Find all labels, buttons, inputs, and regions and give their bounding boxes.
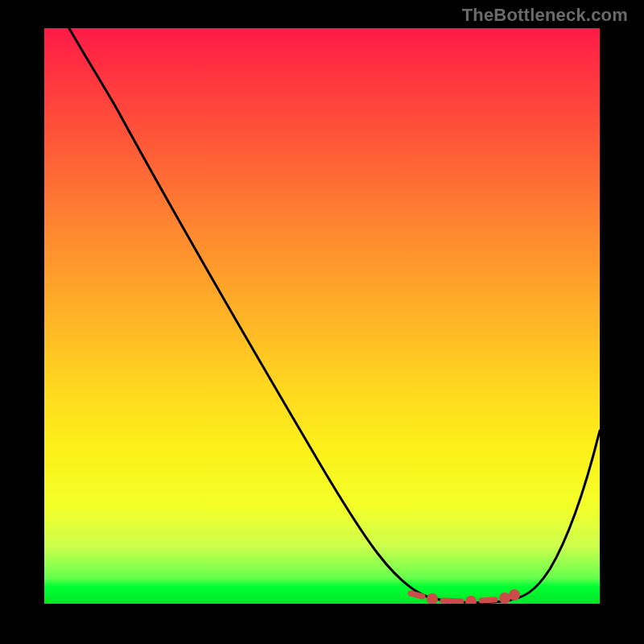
watermark-text: TheBottleneck.com — [462, 5, 628, 26]
chart-frame: TheBottleneck.com — [0, 0, 644, 644]
valley-markers — [411, 592, 518, 605]
valley-dot — [512, 592, 518, 598]
valley-dot — [443, 601, 461, 601]
curve-layer — [44, 28, 600, 604]
valley-dot — [469, 599, 474, 605]
plot-area — [44, 28, 600, 604]
valley-dot — [481, 600, 495, 601]
valley-dot — [430, 597, 436, 602]
valley-dot — [502, 596, 508, 601]
bottleneck-curve — [44, 28, 600, 603]
valley-dot — [411, 593, 423, 597]
